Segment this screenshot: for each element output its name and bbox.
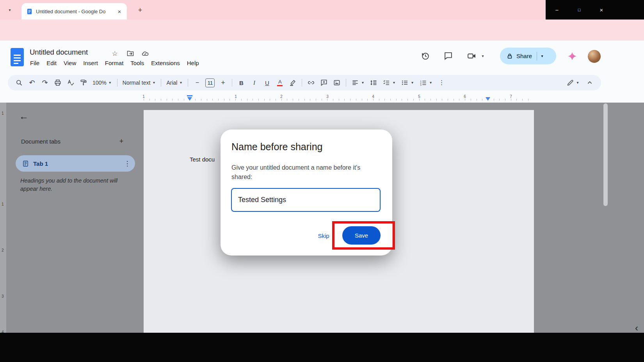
document-title[interactable]: Untitled document	[30, 48, 88, 57]
browser-tab[interactable]: Untitled document - Google Do ×	[21, 3, 127, 20]
plus-icon: +	[137, 7, 144, 14]
bold-button[interactable]: B	[235, 77, 247, 88]
first-line-indent-marker[interactable]	[187, 95, 192, 96]
italic-button[interactable]: I	[248, 77, 260, 88]
menu-file[interactable]: File	[27, 58, 43, 68]
vertical-scrollbar[interactable]	[603, 103, 608, 206]
highlight-color-button[interactable]	[287, 77, 299, 88]
menu-edit[interactable]: Edit	[43, 58, 60, 68]
plus-icon: +	[219, 79, 227, 87]
minimize-icon: −	[555, 7, 559, 13]
textcolor-icon: A	[276, 79, 284, 87]
redo-button[interactable]: ↷	[39, 77, 51, 88]
save-button[interactable]: Save	[342, 226, 381, 245]
search-icon	[15, 79, 23, 87]
caret-down-icon: ▾	[576, 80, 580, 85]
redo-icon: ↷	[41, 79, 49, 87]
menu-insert[interactable]: Insert	[80, 58, 101, 68]
menu-help[interactable]: Help	[183, 58, 203, 68]
text-color-button[interactable]: A	[274, 77, 286, 88]
line-spacing-button[interactable]	[368, 77, 379, 88]
new-tab-button[interactable]: +	[135, 5, 145, 15]
screen: ▾ Untitled document - Google Do × + − □ …	[0, 0, 644, 362]
version-history-icon[interactable]	[420, 51, 430, 61]
ruler-number: 2	[280, 94, 283, 99]
insert-link-button[interactable]	[305, 77, 317, 88]
account-avatar[interactable]	[588, 50, 601, 63]
search-button[interactable]	[13, 77, 25, 88]
menu-tools[interactable]: Tools	[127, 58, 148, 68]
insert-image-button[interactable]	[331, 77, 343, 88]
lock-icon	[506, 53, 513, 60]
align-button[interactable]: ▾	[349, 77, 366, 88]
tab-search-button[interactable]: ▾	[5, 5, 15, 15]
close-tabs-panel-button[interactable]: ←	[18, 110, 30, 122]
tab-close-icon[interactable]: ×	[116, 8, 123, 15]
hide-menus-button[interactable]	[584, 77, 596, 88]
underline-button[interactable]: U	[261, 77, 273, 88]
collapse-icon	[586, 79, 594, 87]
spellcheck-button[interactable]	[65, 77, 76, 88]
comments-icon[interactable]	[443, 51, 453, 61]
skip-button[interactable]: Skip	[311, 227, 336, 244]
zoom-select[interactable]: 100%▾	[91, 77, 114, 88]
checklist-button[interactable]: ▾	[381, 77, 398, 88]
share-button[interactable]: Share ▾	[500, 48, 556, 64]
more-options-button[interactable]: ⋮	[436, 77, 447, 88]
font-size-input[interactable]: 11	[205, 78, 215, 87]
add-comment-button[interactable]	[318, 77, 330, 88]
docs-toolbar: ↶↷100%▾Normal text▾Arial▾−11+BIUA▾▾▾123▾…	[8, 75, 601, 90]
undo-button[interactable]: ↶	[26, 77, 38, 88]
underline-icon: U	[263, 79, 271, 87]
menu-bar: FileEditViewInsertFormatToolsExtensionsH…	[27, 58, 203, 68]
browser-titlebar: ▾ Untitled document - Google Do × + − □ …	[0, 0, 644, 20]
document-name-input[interactable]	[231, 188, 381, 212]
bulleted-list-button[interactable]: ▾	[399, 77, 416, 88]
close-window-button[interactable]: ×	[593, 3, 610, 17]
call-caret-icon[interactable]: ▾	[481, 54, 485, 58]
sidebar-tab-1[interactable]: Tab 1 ⋮	[16, 155, 135, 172]
share-divider	[537, 52, 537, 60]
print-button[interactable]	[52, 77, 64, 88]
minimize-button[interactable]: −	[548, 3, 566, 17]
right-indent-marker[interactable]	[486, 97, 490, 101]
share-caret-icon[interactable]: ▾	[540, 54, 544, 58]
maximize-button[interactable]: □	[571, 3, 588, 17]
cloud-status-icon[interactable]	[141, 50, 149, 57]
left-indent-marker[interactable]	[187, 97, 192, 101]
tab-document-icon	[22, 160, 29, 167]
move-folder-icon[interactable]	[126, 50, 134, 57]
paint-format-button[interactable]	[78, 77, 89, 88]
editing-mode-button[interactable]: ▾	[564, 77, 582, 88]
add-tab-button[interactable]: +	[116, 136, 126, 146]
bullets-icon	[401, 79, 409, 87]
star-document-icon[interactable]: ☆	[111, 50, 119, 57]
bottom-letterbox	[0, 333, 644, 362]
docs-logo-icon[interactable]	[11, 48, 24, 66]
plus-icon: +	[117, 137, 125, 145]
font-select[interactable]: Arial▾	[164, 77, 185, 88]
spacing-icon	[370, 79, 377, 87]
join-call-icon[interactable]	[467, 51, 477, 61]
hide-side-panel-icon[interactable]: ‹	[632, 323, 642, 333]
ruler-number: 3	[326, 94, 329, 99]
ruler-number: 2	[2, 248, 4, 252]
undo-icon: ↶	[28, 79, 36, 87]
tab-options-button[interactable]: ⋮	[123, 160, 131, 167]
tabs-hint-text: Headings you add to the document will ap…	[20, 177, 121, 193]
caret-down-icon: ▾	[410, 80, 414, 85]
gemini-sparkle-icon[interactable]	[567, 51, 578, 62]
more-icon: ⋮	[438, 79, 445, 87]
numbered-list-button[interactable]: 123▾	[417, 77, 434, 88]
paragraph-style-select[interactable]: Normal text▾	[121, 77, 158, 88]
decrease-font-size-button[interactable]: −	[191, 77, 203, 88]
caret-down-icon: ▾	[179, 80, 183, 85]
increase-font-size-button[interactable]: +	[217, 77, 229, 88]
menu-extensions[interactable]: Extensions	[148, 58, 183, 68]
close-icon: ×	[600, 7, 603, 13]
image-icon	[333, 79, 341, 87]
menu-view[interactable]: View	[60, 58, 80, 68]
zoom-select-label: 100%	[93, 80, 107, 86]
menu-format[interactable]: Format	[101, 58, 127, 68]
horizontal-ruler[interactable]: 11234567	[0, 93, 644, 103]
